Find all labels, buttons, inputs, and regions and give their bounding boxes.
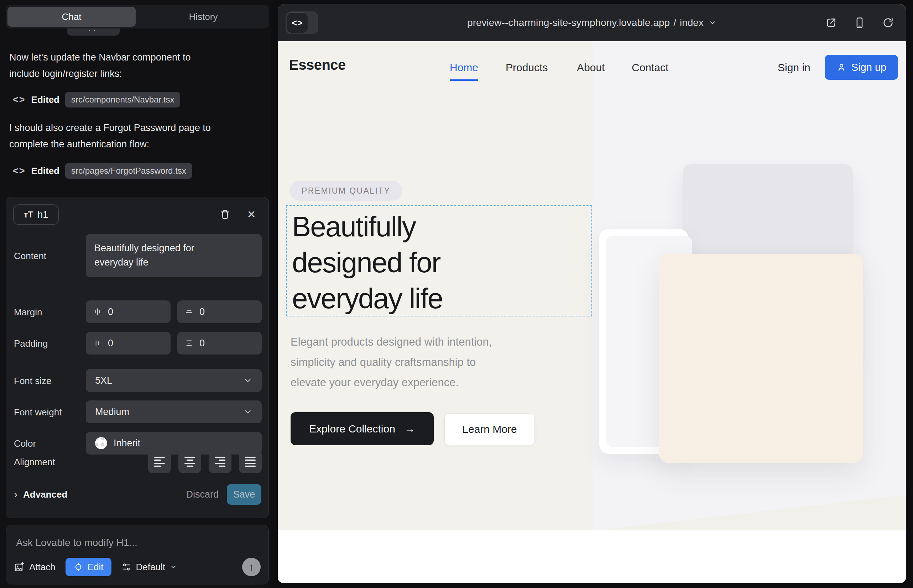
refresh-icon: [882, 17, 894, 29]
brand-logo[interactable]: Essence: [289, 57, 346, 73]
smartphone-icon: [853, 17, 866, 29]
advanced-toggle[interactable]: › Advanced: [14, 484, 67, 505]
hero-paragraph: Elegant products designed with intention…: [291, 332, 492, 393]
message-line: include login/register links:: [9, 66, 244, 82]
lovable-app: Chat History ·· Now let's update the Nav…: [0, 0, 913, 588]
premium-badge: PREMIUM QUALITY: [290, 181, 402, 201]
code-view-toggle[interactable]: <>: [286, 11, 318, 34]
preview-browser-window: <> preview--charming-site-symphony.lovab…: [278, 4, 906, 583]
discard-button[interactable]: Discard: [186, 484, 219, 505]
font-weight-field-label: Font weight: [14, 407, 62, 418]
hero-section: Essence Home Products About Contact Sign…: [278, 41, 906, 530]
edited-file-row: <> Edited src/pages/ForgotPassword.tsx: [13, 162, 192, 179]
edit-label: Edit: [87, 562, 104, 573]
arrow-right-icon: →: [405, 423, 415, 435]
panel-tabs: Chat History: [6, 5, 269, 29]
code-icon: <>: [13, 94, 26, 105]
send-button[interactable]: ↑: [242, 558, 261, 576]
sliders-icon: [121, 562, 131, 572]
padding-y-input[interactable]: 0: [177, 332, 262, 354]
mobile-preview-button[interactable]: [853, 16, 867, 30]
scrolled-chip-partial: ··: [67, 29, 120, 36]
save-button[interactable]: Save: [227, 484, 261, 505]
align-justify-icon: [245, 457, 256, 467]
file-chip[interactable]: src/pages/ForgotPassword.tsx: [65, 163, 192, 179]
align-center-icon: [185, 457, 195, 467]
chevron-down-icon: [170, 564, 177, 570]
attach-image-icon: [14, 562, 24, 572]
nav-link-contact[interactable]: Contact: [632, 61, 669, 74]
margin-y-icon: [185, 307, 194, 317]
padding-y-icon: [185, 339, 194, 348]
align-left-button[interactable]: [148, 450, 171, 473]
padding-y-value: 0: [199, 338, 205, 349]
open-in-new-tab-button[interactable]: [824, 16, 838, 30]
nav-link-products[interactable]: Products: [506, 61, 548, 74]
align-justify-button[interactable]: [239, 450, 262, 473]
nav-link-about[interactable]: About: [577, 61, 605, 74]
sign-in-link[interactable]: Sign in: [778, 61, 811, 74]
alignment-field-label: Alignment: [14, 457, 55, 468]
trash-icon: [219, 208, 231, 220]
decorative-card-cream: [659, 254, 863, 463]
padding-x-icon: [93, 339, 102, 348]
message-line: complete the authentication flow:: [9, 136, 244, 152]
close-panel-button[interactable]: ✕: [244, 207, 259, 222]
edited-label: Edited: [31, 165, 60, 176]
hero-heading[interactable]: Beautifully designed for everyday life: [292, 208, 443, 317]
edit-mode-button[interactable]: Edit: [66, 558, 112, 576]
explore-collection-button[interactable]: Explore Collection →: [291, 412, 434, 445]
heading-line: designed for: [292, 244, 443, 281]
learn-more-button[interactable]: Learn More: [444, 413, 535, 445]
mode-selector[interactable]: Default: [121, 562, 177, 573]
file-chip[interactable]: src/components/Navbar.tsx: [65, 92, 180, 108]
tab-chat[interactable]: Chat: [8, 7, 136, 27]
paragraph-line: simplicity and quality craftsmanship to: [291, 352, 492, 372]
tab-history[interactable]: History: [139, 7, 267, 27]
attach-button[interactable]: Attach: [14, 562, 55, 573]
element-tag-label: h1: [37, 209, 48, 220]
color-value: Inherit: [113, 438, 140, 449]
chevron-down-icon: [243, 376, 253, 385]
margin-y-input[interactable]: 0: [177, 300, 262, 323]
assistant-message: I should also create a Forgot Password p…: [9, 120, 244, 152]
padding-field-label: Padding: [14, 338, 48, 349]
delete-element-button[interactable]: [217, 207, 233, 222]
nav-link-home[interactable]: Home: [450, 61, 478, 81]
content-input[interactable]: Beautifully designed for everyday life: [86, 234, 262, 277]
message-line: Now let's update the Navbar component to: [9, 49, 244, 66]
sign-up-button[interactable]: Sign up: [825, 55, 898, 80]
align-right-icon: [215, 457, 225, 467]
element-tag-selector[interactable]: тT h1: [13, 204, 59, 225]
margin-x-value: 0: [108, 307, 113, 318]
browser-toolbar: <> preview--charming-site-symphony.lovab…: [278, 4, 906, 41]
font-weight-select[interactable]: Medium: [86, 401, 262, 423]
explore-label: Explore Collection: [309, 423, 395, 435]
paragraph-line: Elegant products designed with intention…: [291, 332, 492, 352]
padding-x-value: 0: [108, 338, 113, 349]
color-field-label: Color: [14, 438, 36, 449]
font-size-select[interactable]: 5XL: [86, 369, 262, 392]
margin-x-input[interactable]: 0: [86, 300, 170, 323]
code-icon: <>: [287, 13, 308, 33]
site-preview: Essence Home Products About Contact Sign…: [278, 41, 906, 583]
font-size-field-label: Font size: [14, 375, 52, 386]
prompt-input[interactable]: Ask Lovable to modify H1...: [16, 537, 138, 549]
url-bar[interactable]: preview--charming-site-symphony.lovable.…: [467, 17, 716, 29]
message-line: I should also create a Forgot Password p…: [9, 120, 244, 136]
chat-panel: Chat History ·· Now let's update the Nav…: [0, 0, 271, 588]
color-select[interactable]: Inherit: [86, 432, 262, 454]
align-center-button[interactable]: [178, 450, 201, 473]
margin-x-icon: [93, 307, 102, 317]
assistant-message: Now let's update the Navbar component to…: [9, 49, 244, 82]
color-swatch: [95, 437, 107, 449]
url-text: preview--charming-site-symphony.lovable.…: [467, 17, 670, 29]
padding-x-input[interactable]: 0: [86, 332, 170, 354]
refresh-button[interactable]: [881, 16, 895, 30]
align-right-button[interactable]: [209, 450, 231, 473]
user-icon: [837, 62, 847, 72]
sign-up-label: Sign up: [851, 61, 886, 73]
element-editor-panel: тT h1 ✕ Content Beautifully designed for…: [6, 197, 269, 518]
prompt-toolbar: Attach Edit Default ↑: [14, 558, 261, 576]
content-field-label: Content: [14, 250, 46, 262]
